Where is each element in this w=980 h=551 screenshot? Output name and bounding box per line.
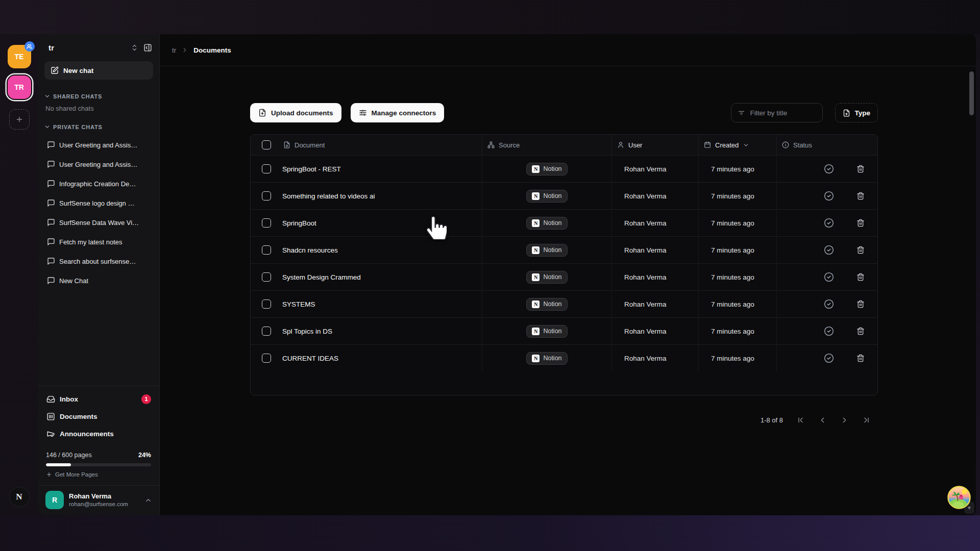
chat-title: Infographic Creation De…: [59, 180, 136, 188]
next-page-button[interactable]: [840, 416, 849, 424]
row-checkbox[interactable]: [262, 245, 271, 255]
delete-row-button[interactable]: [856, 165, 865, 173]
add-workspace-button[interactable]: [9, 109, 30, 130]
row-checkbox[interactable]: [262, 354, 271, 363]
row-checkbox[interactable]: [262, 191, 271, 201]
chat-list-item[interactable]: Infographic Creation De…: [38, 174, 159, 193]
sidebar-bottom-nav: Inbox 1 Documents Announcements: [38, 386, 159, 446]
table-row[interactable]: Spl Topics in DS N Notion Rohan Verma: [251, 317, 877, 344]
table-row[interactable]: CURRENT IDEAS N Notion Rohan Verma: [251, 344, 877, 371]
type-filter-button[interactable]: Type: [835, 103, 878, 122]
upload-documents-button[interactable]: Upload documents: [250, 103, 341, 122]
table-row[interactable]: System Design Crammed N Notion Rohan Ver…: [251, 263, 877, 290]
chat-list-item[interactable]: User Greeting and Assis…: [38, 135, 159, 155]
shared-chats-section-toggle[interactable]: SHARED CHATS: [38, 83, 159, 103]
workspace-button-tr[interactable]: TR: [8, 76, 31, 99]
filter-by-title-field: [731, 103, 823, 122]
private-chats-section-toggle[interactable]: PRIVATE CHATS: [38, 113, 159, 133]
trash-icon: [856, 246, 865, 254]
chat-list-item[interactable]: User Greeting and Assis…: [38, 155, 159, 174]
previous-page-button[interactable]: [818, 416, 827, 424]
row-checkbox[interactable]: [262, 218, 271, 228]
usage-progress-fill: [46, 463, 71, 466]
delete-row-button[interactable]: [856, 246, 865, 254]
document-title: SpringBoot: [282, 219, 316, 227]
delete-row-button[interactable]: [856, 273, 865, 281]
table-row[interactable]: SYSTEMS N Notion Rohan Verma: [251, 290, 877, 317]
chat-list-item[interactable]: Fetch my latest notes: [38, 232, 159, 252]
select-all-checkbox[interactable]: [262, 140, 271, 149]
row-checkbox[interactable]: [262, 164, 271, 173]
sidebar-item-announcements[interactable]: Announcements: [43, 425, 154, 442]
screen: TE TR N tr: [0, 0, 980, 551]
chat-list-item[interactable]: New Chat: [38, 271, 159, 290]
last-page-button[interactable]: [862, 416, 871, 424]
notion-icon: N: [532, 246, 540, 254]
breadcrumb-workspace[interactable]: tr: [172, 46, 176, 54]
row-user-name: Rohan Verma: [624, 328, 667, 335]
table-row[interactable]: Something related to videos ai N Notion …: [251, 182, 877, 209]
status-check-icon: [824, 299, 834, 309]
workspace-button-te[interactable]: TE: [8, 45, 31, 68]
filter-icon: [738, 109, 745, 117]
workspace-rail: TE TR N: [0, 34, 38, 515]
calendar-icon: [704, 141, 711, 148]
message-square-icon: [47, 238, 55, 246]
source-name: Notion: [543, 300, 561, 308]
sidebar: tr New chat SHARED CHATS No shared chats: [38, 34, 160, 515]
scrollbar-thumb[interactable]: [969, 71, 974, 115]
row-checkbox[interactable]: [262, 299, 271, 309]
pagination-range: 1-8 of 8: [761, 416, 783, 424]
sidebar-item-documents[interactable]: Documents: [43, 408, 154, 425]
manage-connectors-button[interactable]: Manage connectors: [351, 103, 445, 122]
new-chat-button[interactable]: New chat: [44, 61, 153, 80]
source-badge: N Notion: [526, 163, 567, 176]
column-header-created-sort[interactable]: Created: [698, 135, 776, 155]
source-name: Notion: [543, 355, 561, 362]
notion-icon: N: [532, 355, 540, 362]
chat-list-item[interactable]: SurfSense Data Wave Vi…: [38, 213, 159, 232]
user-profile-menu[interactable]: R Rohan Verma rohan@surfsense.com: [38, 485, 159, 515]
get-more-pages-button[interactable]: Get More Pages: [46, 471, 151, 478]
user-avatar: R: [45, 491, 64, 509]
chat-title: Search about surfsense…: [59, 258, 136, 265]
breadcrumb: tr Documents: [160, 34, 976, 66]
island-logo: [947, 486, 971, 509]
row-checkbox[interactable]: [262, 272, 271, 282]
workspace-notification-badge: [24, 41, 35, 52]
sidebar-collapse-button[interactable]: [143, 43, 152, 52]
delete-row-button[interactable]: [856, 354, 865, 362]
breadcrumb-current: Documents: [193, 46, 231, 54]
workspace-selector-button[interactable]: [131, 44, 138, 52]
table-row[interactable]: SpringBoot - REST N Notion Rohan Verma: [251, 155, 877, 182]
workspace-switcher[interactable]: tr: [38, 34, 159, 57]
sidebar-item-inbox[interactable]: Inbox 1: [43, 390, 154, 408]
source-badge: N Notion: [526, 325, 567, 338]
circle-info-icon: [782, 141, 789, 148]
island-extension-button[interactable]: [947, 486, 971, 509]
table-row[interactable]: Shadcn resources N Notion Rohan Verma: [251, 236, 877, 263]
document-title: Something related to videos ai: [282, 192, 375, 200]
get-more-pages-label: Get More Pages: [55, 471, 98, 478]
table-row[interactable]: SpringBoot N Notion Rohan Verma: [251, 209, 877, 236]
documents-icon: [46, 412, 55, 421]
notion-app-logo[interactable]: N: [9, 487, 30, 507]
first-page-button[interactable]: [796, 416, 805, 424]
document-title: System Design Crammed: [282, 273, 361, 281]
delete-row-button[interactable]: [856, 219, 865, 227]
row-checkbox[interactable]: [262, 327, 271, 336]
chat-title: User Greeting and Assis…: [59, 141, 137, 149]
inbox-label: Inbox: [60, 395, 78, 403]
row-created-time: 7 minutes ago: [711, 355, 754, 362]
chat-title: SurfSense Data Wave Vi…: [59, 219, 139, 227]
usage-meter: 146 / 600 pages 24% Get More Pages: [38, 446, 159, 481]
table-footer-space: [251, 371, 877, 395]
chat-list-item[interactable]: Search about surfsense…: [38, 252, 159, 271]
delete-row-button[interactable]: [856, 300, 865, 308]
delete-row-button[interactable]: [856, 327, 865, 335]
delete-row-button[interactable]: [856, 192, 865, 200]
chat-list-item[interactable]: SurfSense logo design …: [38, 193, 159, 213]
private-chat-list: User Greeting and Assis… User Greeting a…: [38, 135, 159, 290]
status-check-icon: [824, 245, 834, 255]
filter-by-title-input[interactable]: [750, 109, 811, 117]
